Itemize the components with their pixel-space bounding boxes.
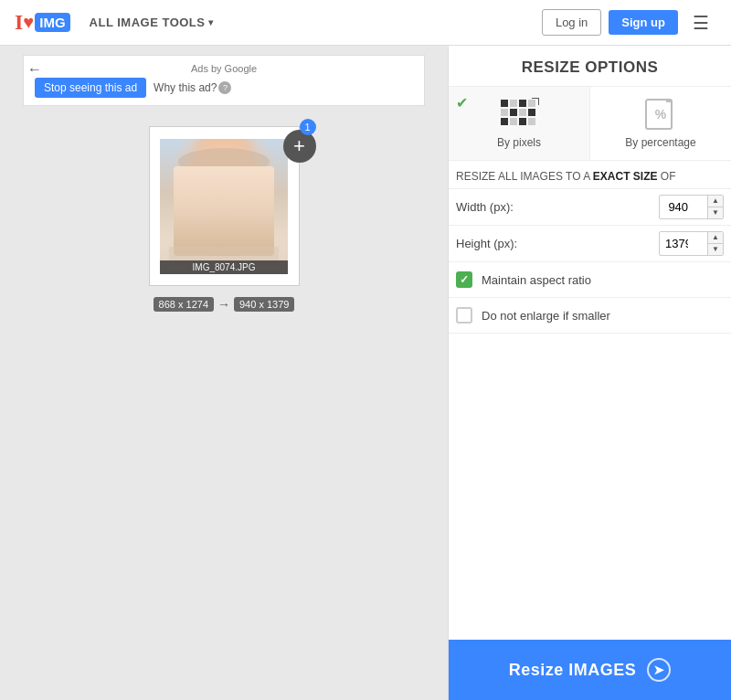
- width-field-row: Width (px): ▲ ▼: [449, 189, 731, 226]
- mode-pixels-label: By pixels: [497, 136, 541, 149]
- logo-img-badge: IMG: [35, 13, 69, 32]
- width-label: Width (px):: [456, 200, 659, 214]
- width-spinner-up[interactable]: ▲: [708, 196, 723, 207]
- image-dimensions: 868 x 1274 → 940 x 1379: [149, 297, 300, 312]
- logo-heart-symbol: ♥: [23, 12, 34, 33]
- maintain-aspect-row[interactable]: Maintain aspect ratio: [449, 262, 731, 298]
- login-button[interactable]: Log in: [542, 9, 601, 36]
- dimensions-arrow-icon: →: [217, 297, 230, 312]
- signup-button[interactable]: Sign up: [609, 10, 678, 35]
- svg-rect-3: [528, 100, 535, 107]
- photo-detail-body: [174, 166, 274, 256]
- svg-rect-5: [510, 109, 517, 116]
- header: I ♥ IMG ALL IMAGE TOOLS ▾ Log in Sign up…: [0, 0, 731, 46]
- height-spinners: ▲ ▼: [707, 232, 723, 255]
- add-btn-area: 1 +: [283, 119, 316, 163]
- maintain-aspect-label: Maintain aspect ratio: [482, 273, 591, 287]
- svg-rect-9: [510, 118, 517, 125]
- do-not-enlarge-label: Do not enlarge if smaller: [482, 309, 610, 323]
- svg-rect-1: [510, 100, 517, 107]
- resize-label-row: RESIZE ALL IMAGES TO A EXACT SIZE OF: [449, 161, 731, 189]
- nav-tools-label: ALL IMAGE TOOLS: [90, 16, 206, 29]
- do-not-enlarge-row[interactable]: Do not enlarge if smaller: [449, 298, 731, 334]
- image-count-badge: 1: [300, 119, 316, 135]
- height-spinner-up[interactable]: ▲: [708, 232, 723, 244]
- image-filename: IMG_8074.JPG: [160, 260, 288, 274]
- resize-btn-label: Resize IMAGES: [509, 661, 637, 680]
- image-wrapper: IMG_8074.JPG: [160, 139, 288, 274]
- resize-label-prefix: RESIZE ALL IMAGES TO A: [456, 170, 593, 183]
- left-panel: ← Ads by Google Stop seeing this ad Why …: [0, 46, 448, 700]
- do-not-enlarge-checkbox[interactable]: [456, 307, 472, 323]
- why-ad-label[interactable]: Why this ad? ?: [154, 81, 231, 94]
- svg-rect-10: [519, 118, 526, 125]
- ad-by-google-label: Ads by Google: [35, 63, 413, 74]
- mode-selector: ✔: [449, 86, 731, 161]
- original-dimensions: 868 x 1274: [154, 297, 214, 312]
- add-btn-wrapper: 1 +: [283, 119, 316, 163]
- mode-percentage-label: By percentage: [625, 136, 695, 149]
- spacer: [449, 334, 731, 640]
- image-preview: [160, 139, 288, 274]
- height-input[interactable]: [660, 233, 707, 254]
- logo-heart: I: [15, 10, 23, 35]
- height-field-row: Height (px): ▲ ▼: [449, 226, 731, 262]
- percentage-icon: %: [641, 98, 681, 131]
- svg-rect-2: [519, 100, 526, 107]
- svg-rect-6: [519, 109, 526, 116]
- svg-rect-8: [501, 118, 508, 125]
- resize-btn-wrap: Resize IMAGES ➤: [449, 640, 731, 700]
- width-spinners: ▲ ▼: [707, 196, 723, 218]
- percentage-svg-icon: %: [641, 98, 681, 131]
- new-dimensions: 940 x 1379: [234, 297, 294, 312]
- height-spinner-down[interactable]: ▼: [708, 244, 723, 255]
- menu-button[interactable]: ☰: [685, 8, 716, 37]
- main-layout: ← Ads by Google Stop seeing this ad Why …: [0, 46, 731, 700]
- width-spinner-down[interactable]: ▼: [708, 207, 723, 218]
- pixels-svg-icon: [499, 98, 539, 131]
- pixels-icon: [499, 98, 539, 131]
- resize-btn-icon: ➤: [647, 658, 671, 682]
- image-area: 1 + IMG_8074.JPG 868 x 12: [149, 126, 300, 286]
- why-ad-info-icon: ?: [218, 81, 231, 94]
- header-right: Log in Sign up ☰: [542, 8, 716, 37]
- maintain-aspect-checkbox[interactable]: [456, 271, 472, 288]
- mode-pixels-check-icon: ✔: [456, 94, 468, 111]
- ad-back-arrow-icon[interactable]: ←: [27, 61, 42, 78]
- image-card: IMG_8074.JPG: [149, 126, 300, 286]
- height-label: Height (px):: [456, 237, 659, 250]
- resize-images-button[interactable]: Resize IMAGES ➤: [449, 640, 731, 700]
- resize-label-bold: EXACT SIZE: [593, 170, 658, 183]
- stop-ad-button[interactable]: Stop seeing this ad: [35, 78, 146, 98]
- width-input[interactable]: [660, 196, 707, 217]
- nav-arrow-icon: ▾: [208, 17, 214, 27]
- mode-by-pixels[interactable]: ✔: [449, 87, 590, 160]
- resize-options-title: RESIZE OPTIONS: [449, 46, 731, 86]
- height-input-wrap: ▲ ▼: [659, 231, 724, 256]
- width-input-wrap: ▲ ▼: [659, 195, 724, 219]
- svg-rect-4: [501, 109, 508, 116]
- mode-by-percentage[interactable]: % By percentage: [590, 87, 731, 160]
- svg-text:%: %: [655, 107, 667, 122]
- nav-tools[interactable]: ALL IMAGE TOOLS ▾: [90, 16, 214, 29]
- svg-rect-11: [528, 118, 535, 125]
- resize-label-suffix: OF: [658, 170, 676, 183]
- svg-rect-0: [501, 100, 508, 107]
- ad-controls: Stop seeing this ad Why this ad? ?: [35, 78, 413, 98]
- right-panel: RESIZE OPTIONS ✔: [448, 46, 731, 700]
- logo[interactable]: I ♥ IMG: [15, 10, 71, 35]
- svg-rect-7: [528, 109, 535, 116]
- ad-area: ← Ads by Google Stop seeing this ad Why …: [23, 55, 425, 106]
